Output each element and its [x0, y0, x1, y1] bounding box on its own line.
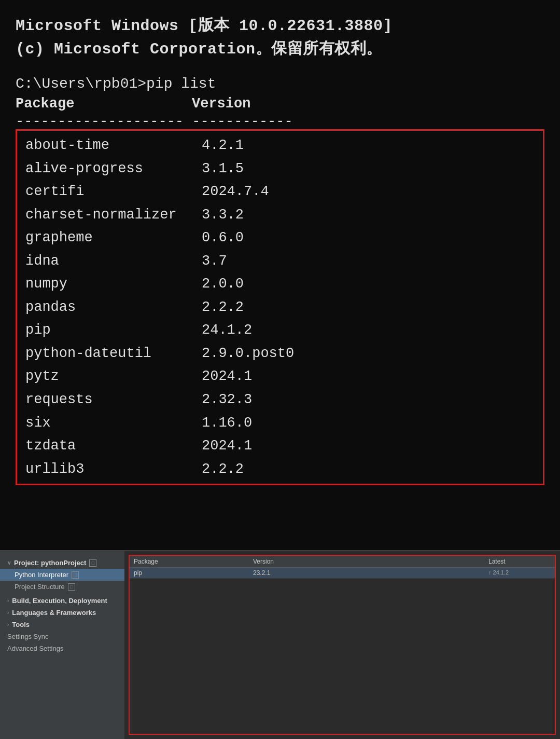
pip-col-package-header: Package: [134, 558, 253, 565]
package-name: requests: [25, 388, 202, 412]
terminal-package-row: tzdata2024.1: [25, 434, 535, 458]
col-package-header: Package: [16, 96, 192, 112]
terminal-package-row: numpy2.0.0: [25, 272, 535, 296]
package-name: six: [25, 412, 202, 435]
terminal-package-row: requests2.32.3: [25, 388, 535, 412]
terminal-package-row: urllib32.2.2: [25, 458, 535, 481]
sidebar-item-project[interactable]: ∨ Project: pythonProject □: [0, 557, 124, 569]
package-name: about-time: [25, 134, 202, 157]
terminal-package-row: charset-normalizer3.3.2: [25, 203, 535, 227]
package-version: 1.16.0: [202, 412, 252, 435]
package-version: 2.2.2: [202, 296, 244, 319]
package-name: certifi: [25, 180, 202, 203]
header-line1: Microsoft Windows [版本 10.0.22631.3880]: [16, 15, 544, 38]
ide-main-content: Package Version Latest pip23.2.1↑ 24.1.2: [124, 551, 560, 739]
tools-label: Tools: [12, 621, 30, 628]
sidebar-item-tools[interactable]: › Tools: [0, 619, 124, 631]
package-name: pandas: [25, 296, 202, 319]
pip-packages-panel: Package Version Latest pip23.2.1↑ 24.1.2: [129, 555, 556, 735]
sidebar-item-advanced-settings[interactable]: Advanced Settings: [0, 642, 124, 654]
package-name: numpy: [25, 272, 202, 296]
windows-header: Microsoft Windows [版本 10.0.22631.3880] (…: [16, 15, 544, 61]
pip-rows-container: pip23.2.1↑ 24.1.2: [130, 568, 555, 579]
terminal-prompt: C:\Users\rpb01>pip list: [16, 76, 544, 92]
chevron-right-icon-3: ›: [7, 622, 9, 627]
sidebar-item-python-interpreter[interactable]: Python Interpreter □: [0, 569, 124, 581]
pip-row-version: 23.2.1: [253, 569, 488, 577]
package-version: 2024.1: [202, 365, 252, 388]
sidebar-item-project-structure[interactable]: Project Structure □: [0, 581, 124, 593]
terminal-package-row: pytz2024.1: [25, 365, 535, 388]
pip-row-latest: ↑ 24.1.2: [488, 569, 551, 577]
pip-col-latest-header: Latest: [488, 558, 551, 565]
package-version: 2.2.2: [202, 458, 244, 481]
terminal-package-row: certifi2024.7.4: [25, 180, 535, 203]
package-name: pytz: [25, 365, 202, 388]
sidebar-item-settings-sync[interactable]: Settings Sync: [0, 631, 124, 642]
terminal-package-row: idna3.7: [25, 250, 535, 273]
package-name: charset-normalizer: [25, 203, 202, 227]
sidebar-item-build[interactable]: › Build, Execution, Deployment: [0, 595, 124, 607]
package-version: 0.6.0: [202, 226, 244, 250]
col-version-header: Version: [192, 96, 250, 112]
terminal-package-row: pip24.1.2: [25, 319, 535, 342]
terminal-panel: Microsoft Windows [版本 10.0.22631.3880] (…: [0, 0, 560, 550]
package-version: 2.0.0: [202, 272, 244, 296]
settings-sidebar: ∨ Project: pythonProject □ Python Interp…: [0, 551, 124, 739]
terminal-package-row: alive-progress3.1.5: [25, 157, 535, 181]
package-name: tzdata: [25, 434, 202, 458]
pip-row-package: pip: [134, 569, 253, 577]
package-name: python-dateutil: [25, 342, 202, 365]
sidebar-item-languages[interactable]: › Languages & Frameworks: [0, 607, 124, 619]
terminal-package-row: python-dateutil2.9.0.post0: [25, 342, 535, 365]
package-version: 2024.7.4: [202, 180, 269, 203]
package-name: alive-progress: [25, 157, 202, 181]
languages-label: Languages & Frameworks: [12, 609, 96, 617]
interpreter-icon: □: [72, 571, 79, 579]
sidebar-section-project: ∨ Project: pythonProject □ Python Interp…: [0, 555, 124, 595]
terminal-package-row: about-time4.2.1: [25, 134, 535, 157]
advanced-settings-label: Advanced Settings: [7, 645, 63, 652]
chevron-down-icon: ∨: [7, 560, 11, 566]
package-name: idna: [25, 250, 202, 273]
package-name: urllib3: [25, 458, 202, 481]
pip-col-version-header: Version: [253, 558, 488, 565]
package-list-box: about-time4.2.1alive-progress3.1.5certif…: [16, 129, 544, 485]
ide-panel: ∨ Project: pythonProject □ Python Interp…: [0, 550, 560, 739]
chevron-right-icon: ›: [7, 598, 9, 604]
build-label: Build, Execution, Deployment: [12, 597, 107, 605]
package-version: 24.1.2: [202, 319, 252, 342]
package-name: pip: [25, 319, 202, 342]
package-name: grapheme: [25, 226, 202, 250]
package-version: 2024.1: [202, 434, 252, 458]
project-label: Project: pythonProject: [14, 559, 86, 567]
pip-list-header: Package Version: [16, 96, 544, 112]
project-icon: □: [89, 559, 96, 567]
python-interpreter-label: Python Interpreter: [15, 571, 68, 579]
settings-sync-label: Settings Sync: [7, 633, 49, 640]
table-divider: -------------------- ------------: [16, 114, 544, 129]
terminal-package-row: grapheme0.6.0: [25, 226, 535, 250]
package-version: 3.3.2: [202, 203, 244, 227]
header-line2: (c) Microsoft Corporation。保留所有权利。: [16, 38, 544, 61]
terminal-package-row: pandas2.2.2: [25, 296, 535, 319]
terminal-package-row: six1.16.0: [25, 412, 535, 435]
structure-icon: □: [68, 583, 75, 591]
chevron-right-icon-2: ›: [7, 610, 9, 615]
package-version: 3.7: [202, 250, 227, 273]
package-version: 3.1.5: [202, 157, 244, 181]
package-version: 2.32.3: [202, 388, 252, 412]
project-structure-label: Project Structure: [15, 583, 65, 591]
pip-table-row[interactable]: pip23.2.1↑ 24.1.2: [130, 568, 555, 579]
package-version: 2.9.0.post0: [202, 342, 294, 365]
package-version: 4.2.1: [202, 134, 244, 157]
pip-table-header: Package Version Latest: [130, 556, 555, 568]
